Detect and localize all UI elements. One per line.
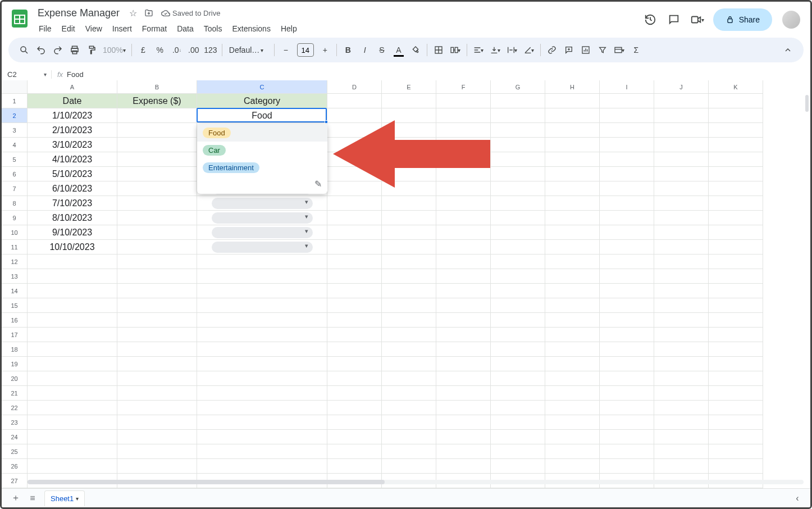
cell-H20[interactable] [545, 371, 600, 386]
row-header-27[interactable]: 27 [2, 474, 28, 488]
col-header-F[interactable]: F [436, 80, 491, 94]
col-header-I[interactable]: I [600, 80, 654, 94]
cell-D26[interactable] [327, 459, 382, 474]
cell-K8[interactable] [709, 196, 763, 211]
cell-I8[interactable] [600, 196, 654, 211]
menu-tools[interactable]: Tools [199, 22, 227, 35]
cell-F18[interactable] [436, 342, 491, 357]
cell-H16[interactable] [545, 313, 600, 328]
cell-F5[interactable] [436, 152, 491, 167]
cell-J23[interactable] [654, 415, 709, 430]
meet-icon[interactable]: ▾ [690, 12, 705, 28]
cell-B1[interactable]: Expense ($) [117, 94, 197, 108]
cell-H5[interactable] [545, 152, 600, 167]
cell-I9[interactable] [600, 211, 654, 225]
cell-F4[interactable] [436, 138, 491, 152]
row-header-17[interactable]: 17 [2, 328, 28, 342]
cell-F7[interactable] [436, 181, 491, 196]
cell-G24[interactable] [491, 430, 545, 444]
decrease-decimal-icon[interactable]: .0↓ [169, 42, 185, 58]
cell-B13[interactable] [117, 269, 197, 284]
text-color-icon[interactable]: A [391, 42, 407, 58]
row-header-21[interactable]: 21 [2, 386, 28, 401]
cell-D16[interactable] [327, 313, 382, 328]
cell-D4[interactable] [327, 138, 382, 152]
cell-B22[interactable] [117, 401, 197, 415]
cell-G1[interactable] [491, 94, 545, 108]
increase-decimal-icon[interactable]: .00 [186, 42, 202, 58]
cell-E16[interactable] [382, 313, 436, 328]
comments-icon[interactable] [666, 12, 682, 28]
italic-icon[interactable]: I [357, 42, 373, 58]
cell-F6[interactable] [436, 167, 491, 181]
cell-E5[interactable] [382, 152, 436, 167]
cell-E24[interactable] [382, 430, 436, 444]
scroll-left-icon[interactable]: ‹ [790, 491, 805, 506]
account-avatar[interactable] [782, 11, 800, 29]
cell-A12[interactable] [28, 254, 117, 269]
cell-A9[interactable]: 8/10/2023 [28, 211, 117, 225]
cell-F25[interactable] [436, 444, 491, 459]
cell-F19[interactable] [436, 357, 491, 371]
cell-E14[interactable] [382, 284, 436, 298]
cell-J13[interactable] [654, 269, 709, 284]
cell-I21[interactable] [600, 386, 654, 401]
row-header-23[interactable]: 23 [2, 415, 28, 430]
cell-J18[interactable] [654, 342, 709, 357]
row-header-14[interactable]: 14 [2, 284, 28, 298]
cell-A1[interactable]: Date [28, 94, 117, 108]
cell-E18[interactable] [382, 342, 436, 357]
row-header-1[interactable]: 1 [2, 94, 28, 108]
col-header-J[interactable]: J [654, 80, 709, 94]
cell-E26[interactable] [382, 459, 436, 474]
cell-B12[interactable] [117, 254, 197, 269]
cell-C2[interactable]: Food [197, 108, 327, 123]
cell-E23[interactable] [382, 415, 436, 430]
cell-G4[interactable] [491, 138, 545, 152]
cell-G5[interactable] [491, 152, 545, 167]
cell-F20[interactable] [436, 371, 491, 386]
cell-D13[interactable] [327, 269, 382, 284]
merge-cells-icon[interactable]: ▾ [448, 42, 463, 58]
cell-A14[interactable] [28, 284, 117, 298]
cell-F2[interactable] [436, 108, 491, 123]
cell-G26[interactable] [491, 459, 545, 474]
cell-C12[interactable] [197, 254, 327, 269]
cell-G19[interactable] [491, 357, 545, 371]
cell-K22[interactable] [709, 401, 763, 415]
cell-A2[interactable]: 1/10/2023 [28, 108, 117, 123]
search-menus-icon[interactable] [16, 42, 32, 58]
dropdown-option-car[interactable]: Car [197, 142, 327, 159]
row-header-16[interactable]: 16 [2, 313, 28, 328]
col-header-H[interactable]: H [545, 80, 600, 94]
cell-A19[interactable] [28, 357, 117, 371]
cell-E2[interactable] [382, 108, 436, 123]
row-header-2[interactable]: 2 [2, 108, 28, 123]
cell-H24[interactable] [545, 430, 600, 444]
cell-C21[interactable] [197, 386, 327, 401]
row-header-9[interactable]: 9 [2, 211, 28, 225]
doc-title[interactable]: Expense Manager [34, 6, 123, 20]
menu-file[interactable]: File [34, 22, 56, 35]
cell-E3[interactable] [382, 123, 436, 138]
cell-E11[interactable] [382, 240, 436, 254]
cell-F9[interactable] [436, 211, 491, 225]
cell-G13[interactable] [491, 269, 545, 284]
cell-G20[interactable] [491, 371, 545, 386]
data-validation-dropdown[interactable]: FoodCarEntertainment✎ [197, 124, 327, 194]
cell-A26[interactable] [28, 459, 117, 474]
cell-D1[interactable] [327, 94, 382, 108]
insert-comment-icon[interactable] [561, 42, 577, 58]
horizontal-scrollbar[interactable] [28, 478, 804, 486]
cell-D22[interactable] [327, 401, 382, 415]
menu-edit[interactable]: Edit [57, 22, 80, 35]
cell-K2[interactable] [709, 108, 763, 123]
cell-J19[interactable] [654, 357, 709, 371]
cell-C25[interactable] [197, 444, 327, 459]
cell-E25[interactable] [382, 444, 436, 459]
cell-F12[interactable] [436, 254, 491, 269]
cell-H3[interactable] [545, 123, 600, 138]
cell-D3[interactable] [327, 123, 382, 138]
cell-D24[interactable] [327, 430, 382, 444]
cell-B10[interactable] [117, 225, 197, 240]
